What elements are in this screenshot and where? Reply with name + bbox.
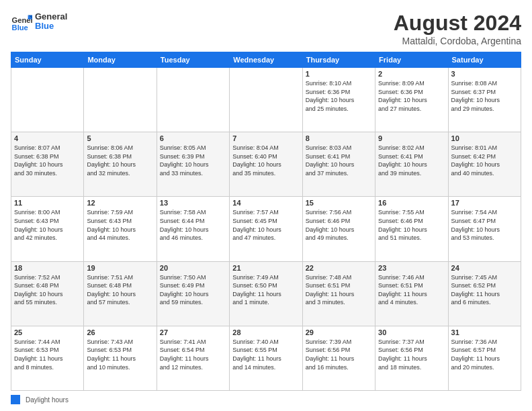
svg-text:Blue: Blue [12,24,28,32]
week-row-3: 11Sunrise: 8:00 AMSunset: 6:43 PMDayligh… [11,197,521,261]
calendar-cell: 27Sunrise: 7:41 AMSunset: 6:54 PMDayligh… [157,326,229,390]
day-number: 24 [451,264,518,272]
day-info: Sunrise: 8:09 AMSunset: 6:36 PMDaylight:… [378,79,445,113]
calendar-cell: 18Sunrise: 7:52 AMSunset: 6:48 PMDayligh… [11,261,84,326]
day-number: 6 [160,134,226,142]
calendar-cell: 10Sunrise: 8:01 AMSunset: 6:42 PMDayligh… [448,132,521,197]
day-info: Sunrise: 7:46 AMSunset: 6:51 PMDaylight:… [378,273,445,307]
calendar-cell: 9Sunrise: 8:02 AMSunset: 6:41 PMDaylight… [375,132,448,197]
day-info: Sunrise: 8:07 AMSunset: 6:38 PMDaylight:… [14,144,81,177]
logo-blue-text: Blue [35,21,67,31]
day-info: Sunrise: 7:37 AMSunset: 6:56 PMDaylight:… [378,338,445,371]
logo: General Blue General Blue [11,11,67,32]
day-info: Sunrise: 8:03 AMSunset: 6:41 PMDaylight:… [306,144,372,177]
day-number: 10 [451,134,518,142]
day-number: 5 [87,134,153,142]
page: General Blue General Blue August 2024 Ma… [0,0,532,411]
week-row-2: 4Sunrise: 8:07 AMSunset: 6:38 PMDaylight… [11,132,521,197]
logo-general-text: General [35,12,67,21]
calendar: SundayMondayTuesdayWednesdayThursdayFrid… [11,52,521,391]
legend-box [11,395,20,404]
calendar-cell: 22Sunrise: 7:48 AMSunset: 6:51 PMDayligh… [302,261,375,326]
day-number: 2 [378,70,445,78]
header-tuesday: Tuesday [157,52,229,68]
calendar-cell [11,68,84,132]
day-info: Sunrise: 8:08 AMSunset: 6:37 PMDaylight:… [451,79,518,113]
header-monday: Monday [84,52,157,68]
day-number: 18 [14,264,81,272]
title-block: August 2024 Mattaldi, Cordoba, Argentina [394,11,521,46]
day-number: 8 [306,134,372,142]
location: Mattaldi, Cordoba, Argentina [394,36,521,46]
calendar-cell: 17Sunrise: 7:54 AMSunset: 6:47 PMDayligh… [448,197,521,261]
day-number: 15 [306,199,372,207]
day-number: 22 [306,264,372,272]
calendar-cell: 31Sunrise: 7:36 AMSunset: 6:57 PMDayligh… [448,326,521,390]
calendar-cell: 2Sunrise: 8:09 AMSunset: 6:36 PMDaylight… [375,68,448,132]
calendar-cell: 16Sunrise: 7:55 AMSunset: 6:46 PMDayligh… [375,197,448,261]
day-number: 23 [378,264,445,272]
header-sunday: Sunday [11,52,84,68]
day-info: Sunrise: 7:58 AMSunset: 6:44 PMDaylight:… [160,208,226,242]
day-info: Sunrise: 7:36 AMSunset: 6:57 PMDaylight:… [451,338,518,371]
day-number: 30 [378,328,445,336]
day-info: Sunrise: 8:05 AMSunset: 6:39 PMDaylight:… [160,144,226,177]
day-info: Sunrise: 8:00 AMSunset: 6:43 PMDaylight:… [14,208,81,242]
calendar-cell [157,68,229,132]
day-number: 4 [14,134,81,142]
day-info: Sunrise: 7:59 AMSunset: 6:43 PMDaylight:… [87,208,153,242]
calendar-cell: 28Sunrise: 7:40 AMSunset: 6:55 PMDayligh… [230,326,302,390]
day-number: 11 [14,199,81,207]
day-number: 9 [378,134,445,142]
day-info: Sunrise: 7:39 AMSunset: 6:56 PMDaylight:… [306,338,372,371]
day-info: Sunrise: 7:55 AMSunset: 6:46 PMDaylight:… [378,208,445,242]
day-info: Sunrise: 8:10 AMSunset: 6:36 PMDaylight:… [306,79,372,113]
header-thursday: Thursday [302,52,375,68]
calendar-cell: 7Sunrise: 8:04 AMSunset: 6:40 PMDaylight… [230,132,302,197]
calendar-cell: 20Sunrise: 7:50 AMSunset: 6:49 PMDayligh… [157,261,229,326]
calendar-cell: 11Sunrise: 8:00 AMSunset: 6:43 PMDayligh… [11,197,84,261]
calendar-cell: 25Sunrise: 7:44 AMSunset: 6:53 PMDayligh… [11,326,84,390]
day-number: 3 [451,70,518,78]
day-info: Sunrise: 7:50 AMSunset: 6:49 PMDaylight:… [160,273,226,307]
calendar-cell: 26Sunrise: 7:43 AMSunset: 6:53 PMDayligh… [84,326,157,390]
day-number: 26 [87,328,153,336]
week-row-5: 25Sunrise: 7:44 AMSunset: 6:53 PMDayligh… [11,326,521,390]
calendar-cell [230,68,302,132]
footer: Daylight hours [11,395,521,404]
day-number: 13 [160,199,226,207]
calendar-cell: 21Sunrise: 7:49 AMSunset: 6:50 PMDayligh… [230,261,302,326]
day-number: 12 [87,199,153,207]
day-info: Sunrise: 7:45 AMSunset: 6:52 PMDaylight:… [451,273,518,307]
day-info: Sunrise: 7:51 AMSunset: 6:48 PMDaylight:… [87,273,153,307]
calendar-cell: 23Sunrise: 7:46 AMSunset: 6:51 PMDayligh… [375,261,448,326]
day-info: Sunrise: 7:43 AMSunset: 6:53 PMDaylight:… [87,338,153,371]
day-number: 27 [160,328,226,336]
month-title: August 2024 [394,11,521,36]
day-number: 20 [160,264,226,272]
day-number: 7 [232,134,299,142]
calendar-cell: 19Sunrise: 7:51 AMSunset: 6:48 PMDayligh… [84,261,157,326]
calendar-cell: 12Sunrise: 7:59 AMSunset: 6:43 PMDayligh… [84,197,157,261]
day-info: Sunrise: 7:52 AMSunset: 6:48 PMDaylight:… [14,273,81,307]
day-info: Sunrise: 8:04 AMSunset: 6:40 PMDaylight:… [232,144,299,177]
day-info: Sunrise: 7:54 AMSunset: 6:47 PMDaylight:… [451,208,518,242]
calendar-cell: 6Sunrise: 8:05 AMSunset: 6:39 PMDaylight… [157,132,229,197]
calendar-cell: 8Sunrise: 8:03 AMSunset: 6:41 PMDaylight… [302,132,375,197]
day-number: 31 [451,328,518,336]
logo-icon: General Blue [11,11,32,32]
calendar-cell: 13Sunrise: 7:58 AMSunset: 6:44 PMDayligh… [157,197,229,261]
day-headers-row: SundayMondayTuesdayWednesdayThursdayFrid… [11,52,521,68]
calendar-cell: 5Sunrise: 8:06 AMSunset: 6:38 PMDaylight… [84,132,157,197]
calendar-cell [84,68,157,132]
day-info: Sunrise: 7:40 AMSunset: 6:55 PMDaylight:… [232,338,299,371]
day-info: Sunrise: 7:48 AMSunset: 6:51 PMDaylight:… [306,273,372,307]
calendar-cell: 4Sunrise: 8:07 AMSunset: 6:38 PMDaylight… [11,132,84,197]
calendar-cell: 3Sunrise: 8:08 AMSunset: 6:37 PMDaylight… [448,68,521,132]
day-info: Sunrise: 7:57 AMSunset: 6:45 PMDaylight:… [232,208,299,242]
day-info: Sunrise: 8:06 AMSunset: 6:38 PMDaylight:… [87,144,153,177]
week-row-4: 18Sunrise: 7:52 AMSunset: 6:48 PMDayligh… [11,261,521,326]
day-info: Sunrise: 7:56 AMSunset: 6:46 PMDaylight:… [306,208,372,242]
week-row-1: 1Sunrise: 8:10 AMSunset: 6:36 PMDaylight… [11,68,521,132]
header-wednesday: Wednesday [230,52,302,68]
